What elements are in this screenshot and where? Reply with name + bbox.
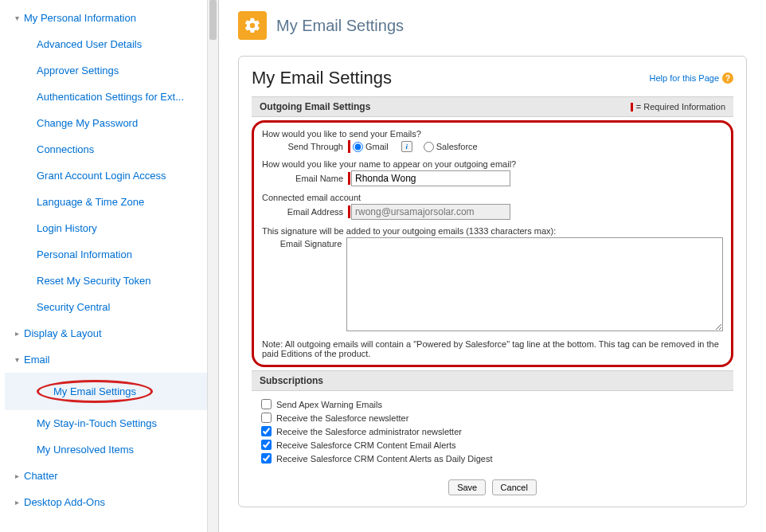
question-email-name: How would you like your name to appear o… <box>262 159 723 169</box>
page-header: My Email Settings <box>238 11 747 40</box>
outgoing-form-body: How would you like to send your Emails? … <box>252 120 733 367</box>
section-title: Subscriptions <box>260 375 323 386</box>
section-subscriptions-header: Subscriptions <box>252 370 733 391</box>
nav-group-personal-info[interactable]: ▾ My Personal Information <box>5 5 218 31</box>
page-title: My Email Settings <box>276 17 404 35</box>
main-content: My Email Settings My Email Settings Help… <box>219 0 766 532</box>
nav-item-language-timezone[interactable]: Language & Time Zone <box>5 189 218 215</box>
chevron-right-icon: ▸ <box>11 329 22 338</box>
chevron-right-icon: ▸ <box>11 471 22 480</box>
scrollbar-thumb[interactable] <box>209 0 217 40</box>
settings-sidebar: ▾ My Personal Information Advanced User … <box>0 0 219 532</box>
checkbox-admin-newsletter[interactable] <box>261 426 272 436</box>
question-signature: This signature will be added to your out… <box>262 226 723 236</box>
nav-item-stay-in-touch[interactable]: My Stay-in-Touch Settings <box>5 410 218 436</box>
nav-group-chatter[interactable]: ▸ Chatter <box>5 463 218 489</box>
nav-item-personal-information[interactable]: Personal Information <box>5 241 218 268</box>
section-outgoing-header: Outgoing Email Settings = Required Infor… <box>252 96 733 117</box>
nav-item-security-central[interactable]: Security Central <box>5 294 218 320</box>
label-email-signature: Email Signature <box>262 237 346 248</box>
nav-group-label: Email <box>24 354 50 366</box>
label-email-name: Email Name <box>262 174 348 183</box>
required-bar-icon <box>631 103 633 111</box>
radio-salesforce[interactable]: Salesforce <box>424 142 478 152</box>
nav-item-change-password[interactable]: Change My Password <box>5 110 218 136</box>
help-icon: ? <box>722 72 733 84</box>
email-address-input <box>351 204 510 220</box>
nav-item-reset-security-token[interactable]: Reset My Security Token <box>5 268 218 294</box>
sidebar-scrollbar[interactable] <box>207 0 218 532</box>
chevron-down-icon: ▾ <box>11 14 22 22</box>
email-name-input[interactable] <box>351 170 510 186</box>
sub-crm-email-alerts[interactable]: Receive Salesforce CRM Content Email Ale… <box>261 438 724 452</box>
chevron-down-icon: ▾ <box>11 355 22 364</box>
required-mark-icon <box>348 205 350 218</box>
email-signature-textarea[interactable] <box>346 237 723 331</box>
sub-sf-newsletter[interactable]: Receive the Salesforce newsletter <box>261 411 724 424</box>
nav-item-advanced-user-details[interactable]: Advanced User Details <box>5 31 218 57</box>
cancel-button[interactable]: Cancel <box>492 479 537 495</box>
checkbox-crm-daily-digest[interactable] <box>261 453 272 464</box>
signature-note: Note: All outgoing emails will contain a… <box>262 338 723 360</box>
nav-item-grant-login-access[interactable]: Grant Account Login Access <box>5 162 218 189</box>
button-bar: Save Cancel <box>252 471 733 497</box>
sub-crm-daily-digest[interactable]: Receive Salesforce CRM Content Alerts as… <box>261 452 724 465</box>
nav-item-connections[interactable]: Connections <box>5 136 218 162</box>
nav-item-login-history[interactable]: Login History <box>5 215 218 241</box>
nav-group-label: Display & Layout <box>24 327 102 339</box>
sub-apex-warning[interactable]: Send Apex Warning Emails <box>261 397 724 411</box>
radio-salesforce-input[interactable] <box>424 142 434 152</box>
section-title: Outgoing Email Settings <box>260 101 370 112</box>
subscriptions-body: Send Apex Warning Emails Receive the Sal… <box>252 391 733 471</box>
nav-group-desktop-addons[interactable]: ▸ Desktop Add-Ons <box>5 489 218 515</box>
info-icon[interactable]: i <box>401 141 412 152</box>
card-header: My Email Settings Help for this Page ? <box>252 68 733 88</box>
radio-gmail[interactable]: Gmail <box>353 142 389 152</box>
nav-item-unresolved-items[interactable]: My Unresolved Items <box>5 436 218 463</box>
checkbox-sf-newsletter[interactable] <box>261 413 272 423</box>
save-button[interactable]: Save <box>448 479 486 495</box>
label-email-address: Email Address <box>262 207 348 217</box>
question-send-through: How would you like to send your Emails? <box>262 129 723 139</box>
required-mark-icon <box>348 140 350 153</box>
chevron-right-icon: ▸ <box>11 498 22 507</box>
content-card: My Email Settings Help for this Page ? O… <box>238 56 747 507</box>
checkbox-crm-email-alerts[interactable] <box>261 440 272 450</box>
required-info-legend: = Required Information <box>631 102 725 111</box>
nav-group-label: Chatter <box>24 470 58 482</box>
send-through-radio-group: Gmail i Salesforce <box>351 141 486 152</box>
nav-group-label: Desktop Add-Ons <box>24 496 105 508</box>
required-mark-icon <box>348 172 350 185</box>
nav-group-display-layout[interactable]: ▸ Display & Layout <box>5 320 218 346</box>
label-send-through: Send Through <box>262 142 348 151</box>
checkbox-apex-warning[interactable] <box>261 399 272 409</box>
nav-group-email[interactable]: ▾ Email <box>5 346 218 373</box>
nav-group-label: My Personal Information <box>24 12 136 24</box>
nav-item-my-email-settings[interactable]: My Email Settings <box>5 373 218 410</box>
highlight-circle: My Email Settings <box>37 380 153 403</box>
nav-item-auth-settings-ext[interactable]: Authentication Settings for Ext... <box>5 84 218 110</box>
gear-icon <box>238 11 267 40</box>
radio-gmail-input[interactable] <box>353 142 363 152</box>
question-connected-account: Connected email account <box>262 193 723 202</box>
card-title: My Email Settings <box>252 68 392 88</box>
nav-item-approver-settings[interactable]: Approver Settings <box>5 57 218 84</box>
help-label: Help for this Page <box>650 73 719 83</box>
sub-admin-newsletter[interactable]: Receive the Salesforce administrator new… <box>261 424 724 438</box>
help-for-page-link[interactable]: Help for this Page ? <box>650 72 733 84</box>
